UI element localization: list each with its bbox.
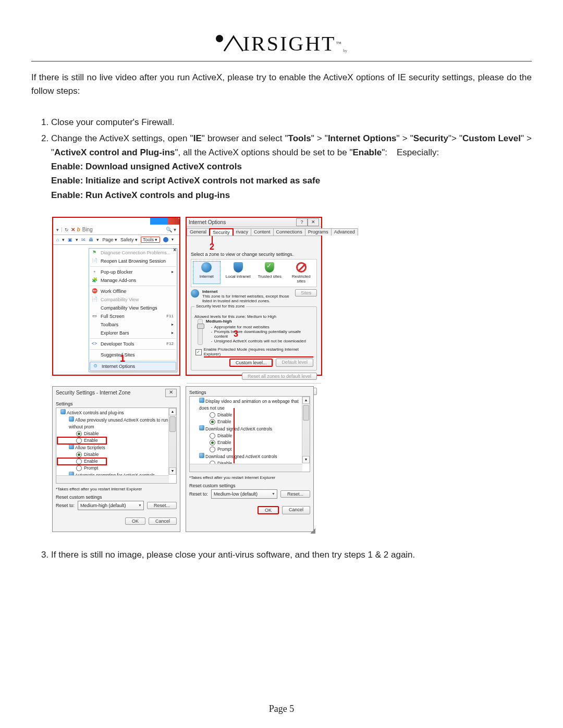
globe-icon <box>201 262 212 273</box>
step-2: Change the ActiveX settings, open "IE" b… <box>51 131 532 202</box>
custom-level-button[interactable]: Custom level... <box>229 359 273 367</box>
ie-command-bar: ⌂▾ ▣▾ ✉ 🖶▾ Page ▾ Safety ▾ Tools ▾ ▾ <box>53 235 179 245</box>
help-button[interactable]: ? <box>296 218 308 226</box>
reset-to-label: Reset to: <box>56 503 75 508</box>
reset-button[interactable]: Reset... <box>147 502 177 509</box>
globe-icon <box>191 289 199 298</box>
settings-tree[interactable]: Display video and animation on a webpage… <box>189 396 310 472</box>
zone-instruction: Select a zone to view or change security… <box>187 251 321 259</box>
restart-note: *Takes effect after you restart Internet… <box>189 475 310 480</box>
screenshot-figure: ▾| ↻ ✕ bBing 🔍 ▾ ⌂▾ ▣▾ ✉ 🖶▾ Page ▾ Safet… <box>52 217 532 532</box>
step-1: Close your computer's Firewall. <box>51 115 532 129</box>
header-divider <box>31 61 532 61</box>
resize-grip-icon[interactable] <box>310 528 315 534</box>
mi-internet-options[interactable]: ⚙Internet Options <box>90 362 176 371</box>
settings-label: Settings <box>56 401 177 406</box>
step-2-line-3: Enable: Run ActiveX controls and plug-in… <box>51 190 230 200</box>
settings-label: Settings <box>189 390 310 395</box>
callout-number-3: 3 <box>234 329 238 339</box>
settings-tree[interactable]: ActiveX controls and plug-ins Allow prev… <box>56 408 177 484</box>
mi-suggested[interactable]: Suggested Sites <box>89 351 177 359</box>
cancel-button[interactable]: Cancel <box>149 517 177 525</box>
reset-to-combo[interactable]: Medium-high (default) <box>78 501 144 510</box>
cancel-button[interactable]: Cancel <box>282 506 310 514</box>
tab-content[interactable]: Content <box>251 228 274 236</box>
stop-icon: ✕ <box>71 227 75 232</box>
vertical-scrollbar[interactable]: ▲▼ <box>302 397 310 463</box>
mi-diagnose[interactable]: ⚑Diagnose Connection Problems... <box>89 249 177 257</box>
default-level-button[interactable]: Default level <box>276 359 313 367</box>
brand-logo: IRSIGHT ™ by <box>31 31 532 56</box>
caret-up-icon <box>222 32 245 55</box>
mi-compat-settings[interactable]: Compatibility View Settings <box>89 304 177 312</box>
intro-paragraph: If there is still no live video after yo… <box>31 71 532 98</box>
mi-toolbars[interactable]: Toolbars▸ <box>89 320 177 329</box>
page-menu[interactable]: Page ▾ <box>102 237 117 242</box>
reset-all-button[interactable]: Reset all zones to default level <box>242 373 317 380</box>
mi-addons[interactable]: 🧩Manage Add-ons <box>89 276 177 285</box>
ok-button[interactable]: OK <box>125 517 145 525</box>
reset-custom-label: Reset custom settings <box>189 483 310 488</box>
shield-icon <box>234 262 243 273</box>
mi-explorer-bars[interactable]: Explorer Bars▸ <box>89 329 177 337</box>
allowed-levels: Allowed levels for this zone: Medium to … <box>194 314 313 319</box>
security-slider[interactable] <box>198 319 203 345</box>
search-icon: 🔍 ▾ <box>166 227 176 232</box>
callout-number-2: 2 <box>210 243 321 251</box>
security-level-group: Security level for this zone Allowed lev… <box>191 306 317 371</box>
tab-advanced[interactable]: Advanced <box>331 228 358 236</box>
reset-button[interactable]: Reset... <box>280 490 310 498</box>
tab-privacy[interactable]: rivacy <box>233 228 252 236</box>
vertical-scrollbar[interactable]: ▲▼ <box>168 408 176 475</box>
horizontal-scrollbar[interactable] <box>190 464 302 472</box>
tools-dropdown: ⚑Diagnose Connection Problems... 📄Reopen… <box>89 248 177 372</box>
zone-restricted[interactable]: Restricted sites <box>288 262 315 283</box>
tab-programs[interactable]: Programs <box>305 228 332 236</box>
security-level-name: Medium-high <box>206 319 313 324</box>
zone-name: Internet <box>202 289 292 294</box>
reset-to-combo[interactable]: Medium-low (default) <box>211 489 277 499</box>
mi-dev-tools[interactable]: <>Developer ToolsF12 <box>89 340 177 348</box>
logo-byline: by <box>343 48 347 53</box>
zone-local[interactable]: Local intranet <box>225 262 252 283</box>
tools-menu[interactable]: Tools ▾ <box>141 237 160 243</box>
feeds-icon: ▣ <box>68 237 72 242</box>
mi-reopen[interactable]: 📄Reopen Last Browsing Session <box>89 257 177 265</box>
no-entry-icon <box>296 262 307 273</box>
mi-fullscreen[interactable]: ▭Full ScreenF11 <box>89 312 177 320</box>
sites-button[interactable]: Sites <box>295 289 317 297</box>
trademark: ™ <box>336 41 341 46</box>
mi-offline[interactable]: ⛔Work Offline <box>89 287 177 295</box>
protected-mode-checkbox[interactable]: ✓ <box>195 349 202 355</box>
close-button[interactable]: ✕ <box>165 389 177 397</box>
print-icon: 🖶 <box>89 237 93 242</box>
zone-description: This zone is for Internet websites, exce… <box>202 294 292 303</box>
gear-icon <box>216 35 223 42</box>
ok-button[interactable]: OK <box>258 506 279 514</box>
step-2-line-1: Enable: Download unsigned ActiveX contro… <box>51 162 242 171</box>
mail-icon: ✉ <box>81 237 85 242</box>
horizontal-scrollbar[interactable] <box>56 475 169 483</box>
security-settings-panel-a: Security Settings - Internet Zone ✕ Sett… <box>52 386 180 532</box>
internet-options-panel: Internet Options ? ✕ General Security ri… <box>186 217 322 376</box>
address-bar: ▾| ↻ ✕ bBing 🔍 ▾ <box>53 225 179 235</box>
reset-to-label: Reset to: <box>189 491 208 497</box>
protected-mode-label: Enable Protected Mode (requires restarti… <box>204 347 313 357</box>
close-button[interactable]: ✕ <box>308 218 319 226</box>
tab-security[interactable]: Security <box>209 228 234 236</box>
step-3: If there is still no image, please close… <box>51 548 532 562</box>
activex-icon <box>60 409 66 414</box>
zone-internet[interactable]: Internet <box>193 262 220 283</box>
mi-popup[interactable]: ▫Pop-up Blocker▸ <box>89 268 177 276</box>
safety-menu[interactable]: Safety ▾ <box>120 237 138 242</box>
security-settings-panel-b: Settings Display video and animation on … <box>186 386 314 532</box>
tab-connections[interactable]: Connections <box>273 228 305 236</box>
steps-list: Close your computer's Firewall. Change t… <box>31 115 532 202</box>
tab-general[interactable]: General <box>187 228 210 236</box>
dialog-tabs: General Security rivacy Content Connecti… <box>187 227 321 236</box>
zone-picker: Internet Local intranet Trusted sites Re… <box>191 259 317 287</box>
page-footer: Page 5 <box>0 704 563 714</box>
zone-trusted[interactable]: Trusted sites <box>256 262 283 283</box>
restart-note: *Takes effect after you restart Internet… <box>56 487 177 491</box>
mi-compat[interactable]: 📄Compatibility View <box>89 295 177 304</box>
